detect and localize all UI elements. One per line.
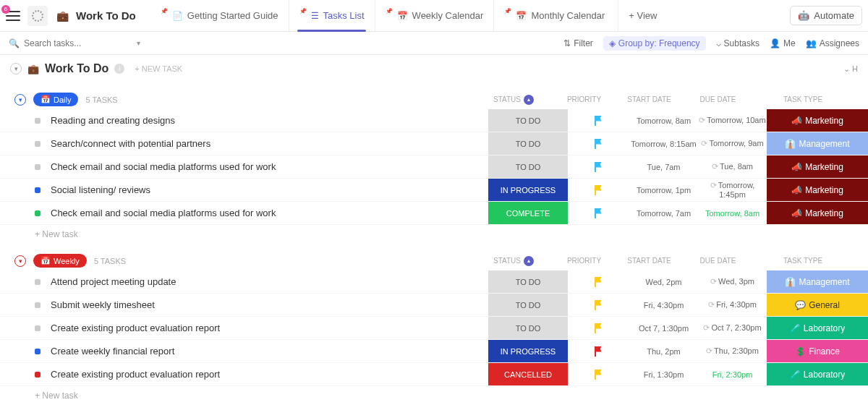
duedate-cell[interactable]: ⟳Tomorrow, 10am [698, 116, 767, 125]
task-name[interactable]: Submit weekly timesheet [51, 299, 488, 310]
tasktype-cell[interactable]: 🧪Laboratory [767, 363, 868, 385]
startdate-cell[interactable]: Tomorrow, 8:15am [629, 140, 698, 148]
search-box[interactable]: 🔍 ▾ [9, 38, 132, 48]
tasktype-cell[interactable]: 🧪Laboratory [767, 317, 868, 339]
tasktype-cell[interactable]: 📣Marketing [767, 179, 868, 201]
task-row[interactable]: Submit weekly timesheet TO DO Fri, 4:30p… [0, 294, 868, 317]
startdate-cell[interactable]: Fri, 4:30pm [629, 301, 698, 310]
task-row[interactable]: Search/connect with potential partners T… [0, 132, 868, 155]
status-cell[interactable]: TO DO [488, 155, 568, 178]
status-cell[interactable]: TO DO [488, 109, 568, 132]
col-duedate[interactable]: DUE DATE [684, 95, 752, 103]
tasktype-cell[interactable]: 📣Marketing [767, 202, 868, 224]
startdate-cell[interactable]: Tomorrow, 1pm [629, 186, 698, 195]
task-name[interactable]: Reading and creating designs [51, 115, 488, 126]
new-task-button[interactable]: + New task [0, 386, 868, 405]
task-row[interactable]: Check email and social media platforms u… [0, 202, 868, 225]
priority-cell[interactable] [568, 116, 629, 126]
status-cell[interactable]: COMPLETE [488, 202, 568, 224]
task-name[interactable]: Check email and social media platforms u… [51, 208, 488, 218]
col-startdate[interactable]: START DATE [615, 95, 684, 103]
duedate-cell[interactable]: ⟳Tomorrow, 1:45pm [698, 181, 767, 199]
hide-toggle[interactable]: ⌄ H [843, 64, 858, 74]
menu-toggle[interactable]: 6 [6, 11, 20, 21]
col-startdate[interactable]: START DATE [615, 257, 684, 265]
filter-button[interactable]: ⇅Filter [563, 38, 593, 48]
tasktype-cell[interactable]: 💬General [767, 294, 868, 316]
task-name[interactable]: Create existing product evaluation repor… [51, 323, 488, 333]
priority-cell[interactable] [568, 277, 629, 287]
search-input[interactable] [24, 38, 132, 48]
priority-cell[interactable] [568, 346, 629, 357]
startdate-cell[interactable]: Wed, 2pm [629, 278, 698, 286]
group-collapse-button[interactable]: ▾ [14, 94, 26, 106]
col-priority[interactable]: PRIORITY [553, 95, 615, 103]
group-collapse-button[interactable]: ▾ [14, 255, 26, 267]
task-row[interactable]: Create weekly financial report IN PROGRE… [0, 340, 868, 363]
priority-cell[interactable] [568, 300, 629, 310]
task-name[interactable]: Social listening/ reviews [51, 184, 488, 195]
startdate-cell[interactable]: Tomorrow, 7am [629, 209, 698, 218]
status-cell[interactable]: TO DO [488, 132, 568, 155]
duedate-cell[interactable]: ⟳Fri, 4:30pm [698, 300, 767, 310]
chevron-down-icon[interactable]: ▾ [137, 39, 140, 47]
tasktype-cell[interactable]: 👔Management [767, 270, 868, 293]
task-name[interactable]: Create weekly financial report [51, 346, 488, 357]
collapse-all-button[interactable]: ▾ [10, 63, 22, 74]
priority-cell[interactable] [568, 185, 629, 195]
task-name[interactable]: Attend project meeting update [51, 276, 488, 287]
task-name[interactable]: Search/connect with potential partners [51, 138, 488, 149]
tasktype-cell[interactable]: 📣Marketing [767, 155, 868, 178]
col-status[interactable]: STATUS▴ [474, 95, 553, 105]
info-icon[interactable]: i [114, 64, 124, 74]
col-priority[interactable]: PRIORITY [553, 257, 615, 265]
task-row[interactable]: Attend project meeting update TO DO Wed,… [0, 270, 868, 294]
new-task-button[interactable]: + New task [0, 225, 868, 244]
task-name[interactable]: Create existing product evaluation repor… [51, 369, 488, 380]
duedate-cell[interactable]: ⟳Tue, 8am [698, 162, 767, 171]
automate-button[interactable]: 🤖 Automate [790, 6, 862, 25]
duedate-cell[interactable]: Tomorrow, 8am [698, 209, 767, 218]
group-badge[interactable]: 📅Daily [33, 93, 78, 106]
tab-tasks-list[interactable]: 📌☰Tasks List [289, 0, 375, 31]
startdate-cell[interactable]: Oct 7, 1:30pm [629, 324, 698, 333]
status-cell[interactable]: IN PROGRESS [488, 340, 568, 362]
task-row[interactable]: Create existing product evaluation repor… [0, 317, 868, 340]
task-row[interactable]: Create existing product evaluation repor… [0, 363, 868, 386]
task-name[interactable]: Check email and social media platforms u… [51, 161, 488, 172]
me-button[interactable]: 👤Me [770, 38, 796, 48]
status-cell[interactable]: IN PROGRESS [488, 179, 568, 201]
priority-cell[interactable] [568, 323, 629, 333]
startdate-cell[interactable]: Tue, 7am [629, 163, 698, 171]
task-row[interactable]: Social listening/ reviews IN PROGRESS To… [0, 179, 868, 202]
duedate-cell[interactable]: ⟳Wed, 3pm [698, 277, 767, 286]
priority-cell[interactable] [568, 208, 629, 218]
col-duedate[interactable]: DUE DATE [684, 257, 752, 265]
startdate-cell[interactable]: Tomorrow, 8am [629, 116, 698, 125]
tab-monthly-calendar[interactable]: 📌📅Monthly Calendar [493, 0, 615, 31]
tab-weekly-calendar[interactable]: 📌📅Weekly Calendar [375, 0, 494, 31]
duedate-cell[interactable]: ⟳Oct 7, 2:30pm [698, 323, 767, 333]
task-row[interactable]: Reading and creating designs TO DO Tomor… [0, 109, 868, 132]
startdate-cell[interactable]: Thu, 2pm [629, 347, 698, 356]
duedate-cell[interactable]: ⟳Thu, 2:30pm [698, 346, 767, 356]
tasktype-cell[interactable]: 👔Management [767, 132, 868, 155]
new-task-header-button[interactable]: + NEW TASK [135, 64, 182, 73]
tab-getting-started-guide[interactable]: 📌📄Getting Started Guide [150, 0, 289, 31]
subtasks-button[interactable]: ⌵Subtasks [716, 38, 760, 48]
duedate-cell[interactable]: ⟳Tomorrow, 9am [698, 139, 767, 148]
status-cell[interactable]: TO DO [488, 270, 568, 293]
status-cell[interactable]: CANCELLED [488, 363, 568, 385]
col-status[interactable]: STATUS▴ [474, 256, 553, 266]
add-view-button[interactable]: + View [618, 0, 667, 31]
tasktype-cell[interactable]: 📣Marketing [767, 109, 868, 132]
groupby-button[interactable]: ◈Group by: Frequency [603, 36, 706, 51]
task-row[interactable]: Check email and social media platforms u… [0, 155, 868, 179]
priority-cell[interactable] [568, 370, 629, 380]
priority-cell[interactable] [568, 139, 629, 149]
group-badge[interactable]: 📅Weekly [33, 254, 87, 268]
col-tasktype[interactable]: TASK TYPE [752, 95, 854, 103]
priority-cell[interactable] [568, 162, 629, 172]
col-tasktype[interactable]: TASK TYPE [752, 257, 854, 265]
status-cell[interactable]: TO DO [488, 294, 568, 316]
